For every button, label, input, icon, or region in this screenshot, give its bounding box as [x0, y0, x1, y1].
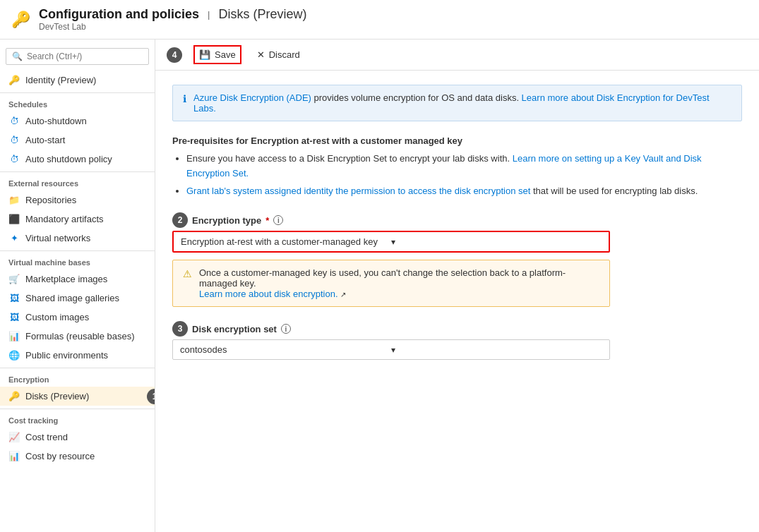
save-icon: 💾: [199, 49, 210, 60]
prereq-link-2[interactable]: Grant lab's system assigned identity the…: [186, 186, 530, 196]
prereq-text-2: that will be used for encrypting lab dis…: [533, 186, 698, 196]
encryption-type-field: 2 Encryption type * i Encryption at-rest…: [172, 212, 610, 307]
header-icon: 🔑: [11, 11, 30, 29]
disk-encryption-set-info-icon[interactable]: i: [281, 324, 291, 334]
discard-button[interactable]: ✕ Discard: [253, 47, 304, 63]
disk-encryption-set-label-text: Disk encryption set: [192, 324, 277, 334]
save-label: Save: [215, 49, 236, 60]
formulas-icon: 📊: [8, 331, 20, 341]
custom-images-icon: 🖼: [8, 312, 20, 322]
sidebar-item-label: Cost trend: [25, 432, 68, 442]
disks-preview-icon: 🔑: [8, 391, 20, 401]
warning-text: Once a customer-managed key is used, you…: [199, 267, 599, 299]
external-link-icon: ↗: [340, 291, 346, 298]
sidebar-item-label: Shared image galleries: [25, 293, 119, 303]
warning-learn-more-link[interactable]: Learn more about disk encryption.: [199, 289, 338, 299]
virtual-networks-icon: ✦: [8, 233, 20, 243]
chevron-down-icon-2: ▾: [391, 345, 602, 355]
section-schedules: Schedules: [0, 92, 155, 111]
disk-encryption-set-select[interactable]: contosodes ▾: [172, 339, 610, 360]
search-icon: 🔍: [12, 52, 23, 61]
sidebar-item-label: Auto-start: [25, 135, 65, 145]
info-text: Azure Disk Encryption (ADE) provides vol…: [193, 92, 731, 114]
disk-encryption-set-label: 3 Disk encryption set i: [172, 321, 610, 337]
identity-icon: 🔑: [8, 75, 20, 85]
content-area: ℹ Azure Disk Encryption (ADE) provides v…: [155, 71, 759, 532]
sidebar-item-cost-trend[interactable]: 📈 Cost trend: [0, 428, 155, 447]
auto-shutdown-icon: ⏱: [8, 116, 20, 126]
header: 🔑 Configuration and policies | Disks (Pr…: [0, 0, 759, 40]
sidebar-item-custom-images[interactable]: 🖼 Custom images: [0, 308, 155, 327]
sidebar-item-label: Repositories: [25, 195, 76, 205]
sidebar-item-label: Auto-shutdown: [25, 116, 87, 126]
header-org: DevTest Lab: [39, 22, 306, 32]
step-2-badge: 2: [172, 212, 188, 228]
encryption-type-select[interactable]: Encryption at-rest with a customer-manag…: [172, 231, 610, 253]
required-star: *: [265, 215, 269, 226]
sidebar-item-repositories[interactable]: 📁 Repositories: [0, 191, 155, 210]
save-button[interactable]: 💾 Save: [193, 45, 241, 64]
section-external: External resources: [0, 171, 155, 191]
warning-text-content: Once a customer-managed key is used, you…: [199, 267, 566, 289]
encryption-type-label: 2 Encryption type * i: [172, 212, 610, 228]
ade-link[interactable]: Azure Disk Encryption (ADE): [193, 92, 311, 103]
info-text-middle: provides volume encryption for OS and da…: [314, 92, 522, 103]
sidebar-item-mandatory-artifacts[interactable]: ⬛ Mandatory artifacts: [0, 210, 155, 229]
sidebar-item-disks-preview[interactable]: 🔑 Disks (Preview) 1: [0, 387, 155, 406]
cost-trend-icon: 📈: [8, 432, 20, 442]
sidebar-item-virtual-networks[interactable]: ✦ Virtual networks: [0, 229, 155, 248]
sidebar-item-shared-image-galleries[interactable]: 🖼 Shared image galleries: [0, 289, 155, 308]
repositories-icon: 📁: [8, 195, 20, 205]
prereq-item-2: Grant lab's system assigned identity the…: [186, 184, 742, 199]
sidebar-item-label: Marketplace images: [25, 274, 107, 284]
prereq-item-1: Ensure you have access to a Disk Encrypt…: [186, 152, 742, 181]
sidebar-item-label: Auto shutdown policy: [25, 154, 112, 164]
search-input[interactable]: [27, 52, 143, 61]
sidebar-item-label: Public environments: [25, 350, 108, 361]
prereq-title: Pre-requisites for Encryption at-rest wi…: [172, 135, 742, 146]
encryption-type-label-text: Encryption type: [192, 215, 261, 226]
step-3-badge: 3: [172, 321, 188, 337]
sidebar-item-label: Disks (Preview): [25, 391, 89, 401]
sidebar-item-label: Formulas (reusable bases): [25, 331, 135, 341]
prereq-text-1: Ensure you have access to a Disk Encrypt…: [186, 153, 513, 164]
section-vm-bases: Virtual machine bases: [0, 250, 155, 270]
cost-by-resource-icon: 📊: [8, 451, 20, 461]
header-subtitle: Disks (Preview): [218, 7, 306, 22]
prereq-list: Ensure you have access to a Disk Encrypt…: [172, 152, 742, 198]
sidebar-item-auto-shutdown[interactable]: ⏱ Auto-shutdown: [0, 111, 155, 131]
sidebar-item-auto-shutdown-policy[interactable]: ⏱ Auto shutdown policy: [0, 150, 155, 169]
step-1-badge: 1: [147, 389, 155, 404]
search-box[interactable]: 🔍: [6, 48, 149, 65]
header-title: Configuration and policies: [39, 7, 199, 22]
header-separator: |: [208, 9, 210, 20]
sidebar-item-identity[interactable]: 🔑 Identity (Preview): [0, 71, 155, 90]
mandatory-artifacts-icon: ⬛: [8, 214, 20, 224]
chevron-down-icon: ▾: [391, 237, 602, 247]
sidebar: 🔍 🔑 Identity (Preview) Schedules ⏱ Auto-…: [0, 40, 155, 532]
sidebar-item-label: Cost by resource: [25, 451, 95, 461]
sidebar-item-auto-start[interactable]: ⏱ Auto-start: [0, 131, 155, 150]
sidebar-item-formulas[interactable]: 📊 Formulas (reusable bases): [0, 327, 155, 346]
warning-icon: ⚠: [183, 268, 192, 279]
sidebar-item-cost-by-resource[interactable]: 📊 Cost by resource: [0, 447, 155, 466]
sidebar-item-marketplace-images[interactable]: 🛒 Marketplace images: [0, 270, 155, 289]
main-layout: 🔍 🔑 Identity (Preview) Schedules ⏱ Auto-…: [0, 40, 759, 532]
discard-icon: ✕: [257, 49, 265, 60]
encryption-type-info-icon[interactable]: i: [273, 215, 283, 225]
discard-label: Discard: [269, 49, 300, 60]
sidebar-item-public-environments[interactable]: 🌐 Public environments: [0, 346, 155, 365]
warning-box: ⚠ Once a customer-managed key is used, y…: [172, 260, 610, 307]
main-content: 4 💾 Save ✕ Discard ℹ Azure Disk Encrypti…: [155, 40, 759, 532]
auto-shutdown-policy-icon: ⏱: [8, 154, 20, 164]
toolbar: 4 💾 Save ✕ Discard: [155, 40, 759, 71]
sidebar-item-label: Virtual networks: [25, 233, 90, 243]
section-cost-tracking: Cost tracking: [0, 409, 155, 428]
sidebar-item-label: Identity (Preview): [25, 75, 96, 85]
step-4-badge: 4: [167, 47, 182, 63]
auto-start-icon: ⏱: [8, 135, 20, 145]
section-encryption: Encryption: [0, 368, 155, 387]
info-banner: ℹ Azure Disk Encryption (ADE) provides v…: [172, 85, 742, 121]
disk-encryption-set-value: contosodes: [180, 344, 391, 355]
header-text-block: Configuration and policies | Disks (Prev…: [39, 7, 306, 32]
